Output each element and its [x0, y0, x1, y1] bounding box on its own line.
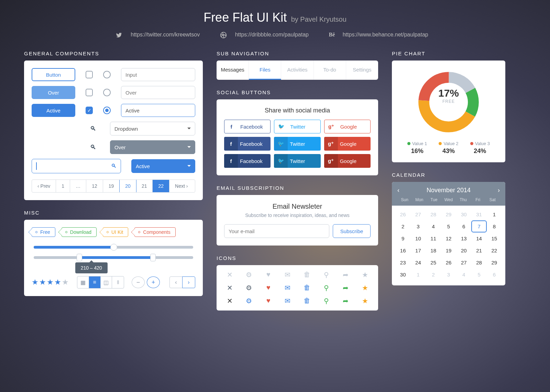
calendar-day[interactable]: 30	[395, 269, 410, 281]
checkbox-unchecked-2[interactable]	[86, 89, 93, 96]
calendar-day[interactable]: 1	[487, 208, 502, 220]
calendar-day[interactable]: 14	[471, 232, 486, 244]
calendar-day[interactable]: 8	[487, 220, 502, 232]
tag-components[interactable]: Components	[134, 227, 175, 237]
calendar-day[interactable]: 27	[456, 257, 471, 269]
calendar-day[interactable]: 31	[471, 208, 486, 220]
calendar-day[interactable]: 21	[471, 244, 486, 257]
dribbble-link[interactable]: https://dribbble.com/paulpatap	[220, 32, 315, 37]
pagination-page[interactable]: 20	[119, 179, 136, 193]
input-over[interactable]	[121, 86, 195, 99]
button-active[interactable]: Active	[32, 104, 75, 117]
tag-download[interactable]: Download	[62, 227, 97, 237]
tab-messages[interactable]: Messages	[217, 61, 249, 80]
behance-link[interactable]: Bē https://www.behance.net/paulpatap	[329, 32, 434, 37]
calendar-day[interactable]: 13	[456, 232, 471, 244]
pagination-page[interactable]: 21	[136, 180, 153, 192]
calendar-day[interactable]: 23	[395, 257, 410, 269]
calendar-day[interactable]: 4	[426, 220, 441, 232]
facebook-button-outline[interactable]: fFacebook	[224, 120, 271, 133]
radio-unchecked[interactable]	[103, 71, 111, 78]
subscribe-button[interactable]: Subscribe	[333, 224, 371, 238]
calendar-day[interactable]: 30	[456, 208, 471, 220]
calendar-day[interactable]: 7	[471, 220, 486, 232]
view-scan-icon[interactable]: ⦀	[112, 276, 124, 288]
calendar-day[interactable]: 27	[410, 208, 426, 220]
calendar-prev-button[interactable]: ‹	[397, 187, 399, 194]
twitter-link[interactable]: https://twitter.com/kreewtsov	[116, 32, 206, 37]
calendar-day[interactable]: 15	[487, 232, 502, 244]
pagination-next[interactable]: Next ›	[169, 180, 193, 192]
tag-uikit[interactable]: UI Kit	[103, 227, 128, 237]
radio-unchecked-2[interactable]	[103, 89, 111, 96]
dropdown-over[interactable]: Over	[110, 140, 195, 154]
google-button-fill[interactable]: g⁺Google	[324, 137, 371, 151]
calendar-day[interactable]: 25	[426, 257, 441, 269]
calendar-day[interactable]: 24	[410, 257, 426, 269]
twitter-button-dark[interactable]: 🐦Twitter	[274, 154, 320, 168]
calendar-day[interactable]: 19	[441, 244, 456, 257]
calendar-day[interactable]: 5	[471, 269, 486, 281]
tab-settings[interactable]: Settings	[346, 61, 378, 80]
calendar-next-button[interactable]: ›	[498, 187, 500, 194]
email-input[interactable]	[224, 224, 329, 238]
star-rating[interactable]: ★★★★★	[32, 278, 69, 287]
checkbox-unchecked[interactable]	[86, 71, 93, 78]
calendar-day[interactable]: 10	[410, 232, 426, 244]
calendar-day[interactable]: 5	[441, 220, 456, 232]
calendar-day[interactable]: 18	[426, 244, 441, 257]
pagination-page[interactable]: 1	[56, 180, 70, 192]
calendar-day[interactable]: 28	[471, 257, 486, 269]
calendar-day[interactable]: 11	[426, 232, 441, 244]
slider-single[interactable]	[34, 246, 193, 249]
calendar-day[interactable]: 22	[487, 244, 502, 257]
twitter-button-fill[interactable]: 🐦Twitter	[274, 137, 320, 151]
view-grid-icon[interactable]: ▦	[77, 276, 89, 288]
google-button-outline[interactable]: g⁺Google	[324, 120, 371, 133]
calendar-day[interactable]: 3	[410, 220, 426, 232]
calendar-day[interactable]: 28	[426, 208, 441, 220]
calendar-day[interactable]: 29	[441, 208, 456, 220]
calendar-day[interactable]: 6	[487, 269, 502, 281]
input-active[interactable]	[121, 104, 195, 117]
pagination-page[interactable]: 19	[103, 180, 120, 192]
dropdown-active[interactable]: Active	[131, 159, 195, 173]
slider-range[interactable]: 210 – 420	[34, 256, 193, 259]
dropdown-default[interactable]: Dropdown	[110, 122, 195, 135]
zoom-out-button[interactable]: −	[132, 276, 145, 288]
calendar-day[interactable]: 29	[487, 257, 502, 269]
pagination-prev[interactable]: ‹ Prev	[32, 180, 56, 192]
view-list-icon[interactable]: ≡	[89, 276, 101, 288]
radio-checked[interactable]	[103, 107, 111, 114]
tab-todo[interactable]: To-do	[314, 61, 346, 80]
calendar-day[interactable]: 16	[395, 244, 410, 257]
calendar-day[interactable]: 3	[441, 269, 456, 281]
prev-button[interactable]: ‹	[169, 276, 183, 288]
calendar-day[interactable]: 26	[441, 257, 456, 269]
tag-free[interactable]: Free	[32, 227, 55, 237]
calendar-day[interactable]: 26	[395, 208, 410, 220]
button-default[interactable]: Button	[32, 68, 75, 81]
zoom-in-button[interactable]: +	[147, 276, 160, 288]
twitter-button-outline[interactable]: 🐦Twitter	[274, 120, 320, 133]
calendar-day[interactable]: 12	[441, 232, 456, 244]
calendar-day[interactable]: 2	[426, 269, 441, 281]
calendar-day[interactable]: 20	[456, 244, 471, 257]
calendar-day[interactable]: 2	[395, 220, 410, 232]
facebook-button-fill[interactable]: fFacebook	[224, 137, 271, 151]
calendar-day[interactable]: 6	[456, 220, 471, 232]
next-button[interactable]: ›	[182, 276, 195, 288]
button-over[interactable]: Over	[32, 86, 75, 99]
input-default[interactable]	[121, 68, 195, 81]
pagination-page-current[interactable]: 22	[153, 180, 169, 192]
tab-activities[interactable]: Activities	[281, 61, 314, 80]
calendar-day[interactable]: 9	[395, 232, 410, 244]
calendar-day[interactable]: 4	[456, 269, 471, 281]
search-input[interactable]: 🔍︎	[32, 159, 121, 173]
view-columns-icon[interactable]: ◫	[101, 276, 112, 288]
pagination-page[interactable]: 12	[86, 180, 103, 192]
facebook-button-dark[interactable]: fFacebook	[224, 154, 271, 168]
google-button-dark[interactable]: g⁺Google	[324, 154, 371, 168]
calendar-day[interactable]: 1	[410, 269, 426, 281]
calendar-day[interactable]: 17	[410, 244, 426, 257]
